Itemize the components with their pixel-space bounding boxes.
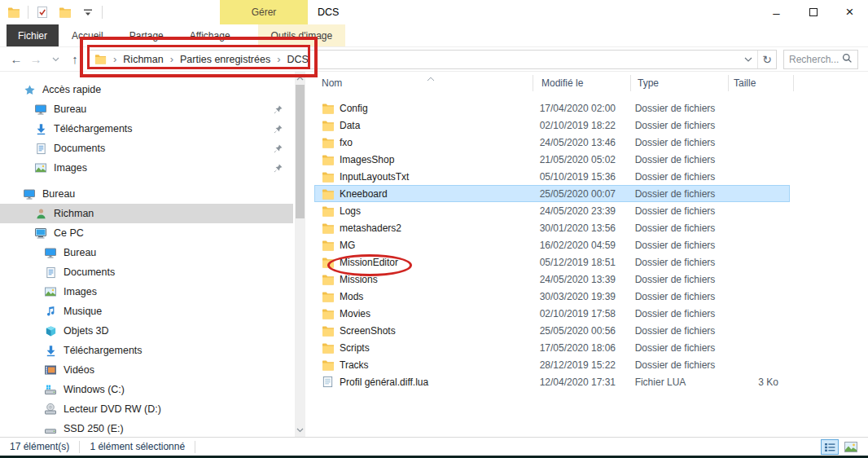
folder-icon[interactable] xyxy=(56,3,74,21)
file-type: Dossier de fichiers xyxy=(629,305,726,322)
pin-icon[interactable] xyxy=(273,104,283,115)
address-dropdown-icon[interactable] xyxy=(739,51,757,68)
sidebar-item-richman[interactable]: Richman xyxy=(0,204,293,223)
pin-icon[interactable] xyxy=(273,163,283,174)
file-row-tracks[interactable]: Tracks28/12/2019 15:22Dossier de fichier… xyxy=(314,356,790,373)
tab-fichier[interactable]: Fichier xyxy=(7,24,59,46)
tab-outils-image[interactable]: Outils d'image xyxy=(258,24,346,46)
sidebar-item-vid-os[interactable]: Vidéos xyxy=(0,360,293,380)
recent-locations-icon[interactable] xyxy=(46,50,65,69)
file-row-fxo[interactable]: fxo24/05/2020 13:46Dossier de fichiers xyxy=(314,134,790,151)
customize-toolbar-icon[interactable] xyxy=(79,3,97,21)
quick-access-toolbar xyxy=(5,0,103,24)
breadcrumb-dcs[interactable]: DCS xyxy=(283,54,313,65)
details-view-button[interactable] xyxy=(821,439,839,455)
breadcrumb-richman[interactable]: Richman xyxy=(118,54,168,65)
sidebar-item-lecteur-dvd-rw-d-[interactable]: Lecteur DVD RW (D:) xyxy=(0,399,293,419)
file-size xyxy=(726,356,790,373)
file-name: Scripts xyxy=(340,342,370,354)
picture-icon xyxy=(34,161,47,174)
file-row-config[interactable]: Config17/04/2020 02:00Dossier de fichier… xyxy=(314,99,790,117)
sidebar-item-musique[interactable]: Musique xyxy=(0,302,293,321)
file-row-inputlayoutstxt[interactable]: InputLayoutsTxt05/10/2019 15:36Dossier d… xyxy=(314,168,790,185)
sidebar-item-documents[interactable]: Documents xyxy=(0,262,293,282)
maximize-button[interactable] xyxy=(795,0,831,24)
column-headers: Nom Modifié le Type Taille xyxy=(314,75,794,93)
scrollbar-thumb[interactable] xyxy=(296,85,305,218)
sidebar-item-windows-c-[interactable]: Windows (C:) xyxy=(0,380,293,399)
file-row-data[interactable]: Data02/10/2019 18:22Dossier de fichiers xyxy=(314,117,790,134)
file-row-logs[interactable]: Logs24/05/2020 23:39Dossier de fichiers xyxy=(314,202,790,219)
address-bar[interactable]: › Richman › Parties enregistrées › DCS ↻ xyxy=(88,50,777,69)
content-area: Accès rapideBureauTéléchargementsDocumen… xyxy=(0,72,868,437)
refresh-icon[interactable]: ↻ xyxy=(758,51,776,68)
sort-ascending-icon[interactable] xyxy=(427,73,435,84)
column-header-modifie[interactable]: Modifié le xyxy=(533,75,631,91)
manage-context-tab[interactable]: Gérer xyxy=(220,0,308,24)
column-header-taille[interactable]: Taille xyxy=(729,75,794,91)
file-row-scripts[interactable]: Scripts17/05/2020 18:06Dossier de fichie… xyxy=(314,339,790,356)
file-name: Profil général.diff.lua xyxy=(340,377,428,388)
close-button[interactable]: × xyxy=(831,0,868,24)
minimize-button[interactable]: – xyxy=(758,0,795,24)
document-icon xyxy=(44,266,57,279)
file-type: Dossier de fichiers xyxy=(629,168,726,185)
sidebar-item-ce-pc[interactable]: Ce PC xyxy=(0,223,293,243)
column-header-type[interactable]: Type xyxy=(631,75,729,91)
sidebar-item-acc-s-rapide[interactable]: Accès rapide xyxy=(0,80,293,99)
pin-icon[interactable] xyxy=(273,143,283,154)
tab-affichage[interactable]: Affichage xyxy=(177,24,243,46)
tab-partage[interactable]: Partage xyxy=(116,24,177,46)
sidebar-item-bureau[interactable]: Bureau xyxy=(0,99,293,119)
search-icon[interactable] xyxy=(842,53,853,66)
file-type: Dossier de fichiers xyxy=(629,117,726,134)
breadcrumb-parties-enregistrees[interactable]: Parties enregistrées xyxy=(175,54,275,65)
video-icon xyxy=(44,363,57,377)
file-row-mg[interactable]: MG16/02/2020 04:59Dossier de fichiers xyxy=(314,236,790,253)
sidebar-item-t-l-chargements[interactable]: Téléchargements xyxy=(0,341,293,360)
file-modified-date: 17/05/2020 18:06 xyxy=(532,339,629,356)
file-row-kneeboard[interactable]: Kneeboard25/05/2020 00:07Dossier de fich… xyxy=(314,185,790,202)
file-type: Dossier de fichiers xyxy=(629,271,726,288)
file-modified-date: 30/01/2020 13:56 xyxy=(532,219,629,236)
sidebar-item-images[interactable]: Images xyxy=(0,282,293,302)
sidebar-item-label: Images xyxy=(54,162,87,174)
file-size xyxy=(726,168,790,185)
file-row-missions[interactable]: Missions24/05/2020 13:39Dossier de fichi… xyxy=(314,271,790,288)
file-row-profil-g-n-ral-diff-lua[interactable]: Profil général.diff.lua12/04/2020 17:31F… xyxy=(314,373,790,390)
search-input[interactable]: Recherch... xyxy=(783,50,858,69)
sidebar-item-label: Musique xyxy=(64,306,102,317)
up-button[interactable]: ↑ xyxy=(65,50,85,69)
file-row-movies[interactable]: Movies02/10/2019 17:58Dossier de fichier… xyxy=(314,305,790,322)
file-row-missioneditor[interactable]: MissionEditor05/12/2019 18:51Dossier de … xyxy=(314,253,790,271)
sidebar-item-objets-3d[interactable]: Objets 3D xyxy=(0,321,293,341)
sidebar-item-label: Ce PC xyxy=(54,227,84,239)
sidebar-item-bureau[interactable]: Bureau xyxy=(0,184,293,204)
file-type: Dossier de fichiers xyxy=(629,288,726,305)
file-row-screenshots[interactable]: ScreenShots25/05/2020 00:56Dossier de fi… xyxy=(314,322,790,339)
file-list-panel: Nom Modifié le Type Taille Config17/04/2… xyxy=(308,72,868,437)
sidebar-item-ssd-250-e-[interactable]: SSD 250 (E:) xyxy=(0,419,293,437)
back-button[interactable]: ← xyxy=(7,50,26,69)
check-document-icon[interactable] xyxy=(33,3,51,21)
sidebar-item-t-l-chargements[interactable]: Téléchargements xyxy=(0,119,293,139)
sidebar-item-images[interactable]: Images xyxy=(0,158,293,178)
tab-accueil[interactable]: Accueil xyxy=(59,24,116,46)
file-row-metashaders2[interactable]: metashaders230/01/2020 13:56Dossier de f… xyxy=(314,219,790,236)
folder-icon xyxy=(322,239,335,252)
scroll-down-icon[interactable] xyxy=(295,425,305,436)
folder-icon[interactable] xyxy=(5,3,23,21)
file-row-mods[interactable]: Mods30/03/2020 19:39Dossier de fichiers xyxy=(314,288,790,305)
scroll-up-icon[interactable] xyxy=(295,73,305,84)
thumbnails-view-button[interactable] xyxy=(842,439,860,455)
file-row-imagesshop[interactable]: ImagesShop21/05/2020 05:02Dossier de fic… xyxy=(314,151,790,168)
sidebar-item-documents[interactable]: Documents xyxy=(0,139,293,158)
column-header-nom[interactable]: Nom xyxy=(314,75,533,91)
sidebar-scrollbar[interactable] xyxy=(295,72,305,437)
file-modified-date: 21/05/2020 05:02 xyxy=(532,151,629,168)
file-type: Dossier de fichiers xyxy=(629,356,726,373)
pin-icon[interactable] xyxy=(273,124,283,134)
file-size xyxy=(726,322,790,339)
forward-button[interactable]: → xyxy=(26,50,46,69)
sidebar-item-bureau[interactable]: Bureau xyxy=(0,243,293,262)
